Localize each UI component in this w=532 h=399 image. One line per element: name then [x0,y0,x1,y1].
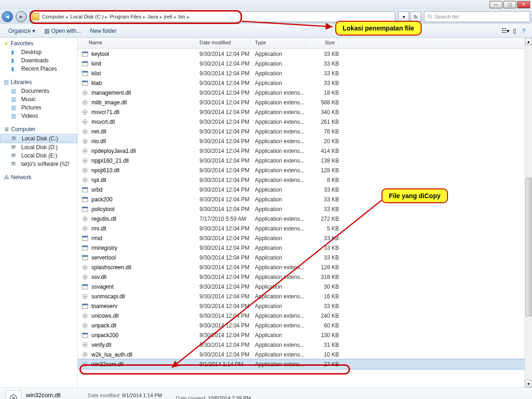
nav-item[interactable]: ▥Videos [0,112,77,120]
file-type: Application extens... [255,216,309,222]
view-options-button[interactable]: ☷▾ [501,26,510,36]
nav-item[interactable]: ▮Downloads [0,56,77,65]
file-row[interactable]: nio.dll9/30/2014 12:04 PMApplication ext… [78,136,532,146]
nav-item[interactable]: ⛃Local Disk (E:) [0,151,77,160]
breadcrumb-segment[interactable]: Java [147,14,158,19]
nav-item[interactable]: ⛃Local Disk (C:) [0,134,77,143]
file-row[interactable]: unpack2009/30/2014 12:04 PMApplication13… [78,330,532,340]
dll-icon [81,128,89,135]
file-row[interactable]: npdeployJava1.dll9/30/2014 12:04 PMAppli… [78,146,532,156]
breadcrumb-segment[interactable]: jre6 [164,14,172,19]
open-with-button[interactable]: ▧ Open with... [40,26,85,36]
file-type: Application extens... [255,342,309,348]
file-row[interactable]: ssvagent9/30/2014 12:04 PMApplication30 … [78,282,532,291]
file-list[interactable]: keytool9/30/2014 12:04 PMApplication33 K… [78,49,532,387]
file-size: 130 KB [309,332,343,339]
file-type: Application extens... [255,293,309,300]
drive-icon: ▥ [11,96,18,103]
preview-pane-button[interactable]: ▯ [510,26,519,36]
libraries-header[interactable]: ▥Libraries [0,78,77,87]
file-row[interactable]: rmid9/30/2014 12:04 PMApplication33 KB [78,233,532,243]
file-name: unpack200 [91,332,200,339]
nav-item[interactable]: ▥Music [0,95,77,103]
file-row[interactable]: verify.dll9/30/2014 12:04 PMApplication … [78,340,532,350]
file-date: 9/30/2014 12:04 PM [200,177,255,183]
file-row[interactable]: msvcr71.dll9/30/2014 12:04 PMApplication… [78,107,532,117]
drive-icon: ⛃ [12,135,19,142]
file-row[interactable]: mlib_image.dll9/30/2014 12:04 PMApplicat… [78,97,532,107]
file-type: Application [255,332,309,339]
breadcrumb-segment[interactable]: Computer [42,14,64,19]
drive-icon: ▮ [11,66,18,72]
file-row[interactable]: kinit9/30/2014 12:04 PMApplication33 KB [78,59,532,68]
refresh-button[interactable]: ↻ [410,12,421,22]
file-row[interactable]: servertool9/30/2014 12:04 PMApplication3… [78,253,532,262]
breadcrumb-segment[interactable]: Local Disk (C:) [70,14,103,19]
scroll-down-button[interactable]: ▼ [525,380,532,387]
scroll-up-button[interactable]: ▲ [525,38,532,45]
file-row[interactable]: net.dll9/30/2014 12:04 PMApplication ext… [78,127,532,136]
file-row[interactable]: management.dll9/30/2014 12:04 PMApplicat… [78,88,532,97]
column-name[interactable]: Name [78,38,196,48]
nav-item-label: Documents [21,88,49,94]
file-row[interactable]: w2k_lsa_auth.dll9/30/2014 12:04 PMApplic… [78,350,532,359]
column-type[interactable]: Type [251,38,306,48]
nav-item-label: Videos [21,113,38,119]
nav-item[interactable]: ⛃Local Disk (D:) [0,143,77,151]
file-row[interactable]: klist9/30/2014 12:04 PMApplication33 KB [78,68,532,78]
vertical-scrollbar[interactable]: ▲ ▼ [525,38,532,387]
file-row[interactable]: tnameserv9/30/2014 12:04 PMApplication33… [78,301,532,311]
forward-button[interactable]: ► [16,11,27,22]
file-row[interactable]: policytool9/30/2014 12:04 PMApplication3… [78,204,532,214]
file-row[interactable]: orbd9/30/2014 12:04 PMApplication33 KB [78,185,532,194]
file-row[interactable]: rmi.dll9/30/2014 12:04 PMApplication ext… [78,224,532,233]
nav-item[interactable]: ▥Pictures [0,103,77,112]
search-input[interactable]: Search bin [424,11,530,22]
back-button[interactable]: ◄ [2,11,13,22]
new-folder-button[interactable]: New folder [85,26,121,36]
file-name: rmiregistry [91,245,200,251]
file-row[interactable]: sunmscapi.dll9/30/2014 12:04 PMApplicati… [78,291,532,301]
file-name: ssvagent [91,284,200,290]
file-row[interactable]: win32com.dll9/1/2014 1:14 PMApplication … [78,359,532,369]
breadcrumb-history[interactable]: ▾ [398,12,409,22]
file-name: pack200 [91,196,200,203]
computer-header[interactable]: 🖥Computer [0,125,77,134]
file-row[interactable]: unpack.dll9/30/2014 12:04 PMApplication … [78,320,532,330]
close-button[interactable]: ✕ [517,1,530,8]
organize-menu[interactable]: Organize ▾ [4,26,40,36]
file-type: Application [255,60,309,67]
file-row[interactable]: ssv.dll9/30/2014 12:04 PMApplication ext… [78,272,532,282]
nav-item[interactable]: ▮Desktop [0,48,77,56]
column-date[interactable]: Date modified [196,38,251,48]
file-row[interactable]: rmiregistry9/30/2014 12:04 PMApplication… [78,243,532,253]
breadcrumb-segment[interactable]: Program Files [109,14,141,19]
file-row[interactable]: pack2009/30/2014 12:04 PMApplication33 K… [78,194,532,204]
file-row[interactable]: unicows.dll9/30/2014 12:04 PMApplication… [78,311,532,320]
nav-item[interactable]: ⛃tarjo's software (\\2! [0,160,77,168]
file-row[interactable]: npt.dll9/30/2014 12:04 PMApplication ext… [78,175,532,185]
network-header[interactable]: 🖧Network [0,173,77,182]
maximize-button[interactable]: ▢ [503,1,516,8]
file-row[interactable]: splashscreen.dll9/30/2014 12:04 PMApplic… [78,262,532,272]
breadcrumb-segment[interactable]: bin [178,14,185,19]
file-row[interactable]: regutils.dll7/17/2010 5:59 AMApplication… [78,214,532,224]
file-type: Application extens... [255,90,309,96]
file-row[interactable]: npoji610.dll9/30/2014 12:04 PMApplicatio… [78,165,532,175]
nav-item[interactable]: ▥Documents [0,87,77,95]
minimize-button[interactable]: — [490,1,502,8]
chevron-right-icon: ▸ [160,14,162,19]
scroll-thumb[interactable] [526,178,532,316]
file-row[interactable]: npjpi160_21.dll9/30/2014 12:04 PMApplica… [78,156,532,165]
favorites-header[interactable]: ★Favorites [0,39,77,48]
svg-point-11 [84,92,86,94]
file-type: Application [255,245,309,251]
file-name: unpack.dll [91,322,200,329]
file-row[interactable]: keytool9/30/2014 12:04 PMApplication33 K… [78,49,532,59]
file-row[interactable]: msvcrt.dll9/30/2014 12:04 PMApplication … [78,117,532,127]
file-row[interactable]: ktab9/30/2014 12:04 PMApplication33 KB [78,78,532,88]
help-button[interactable]: ? [519,26,528,36]
nav-item[interactable]: ▮Recent Places [0,65,77,73]
column-size[interactable]: Size [306,38,339,48]
file-date: 9/30/2014 12:04 PM [200,254,255,261]
